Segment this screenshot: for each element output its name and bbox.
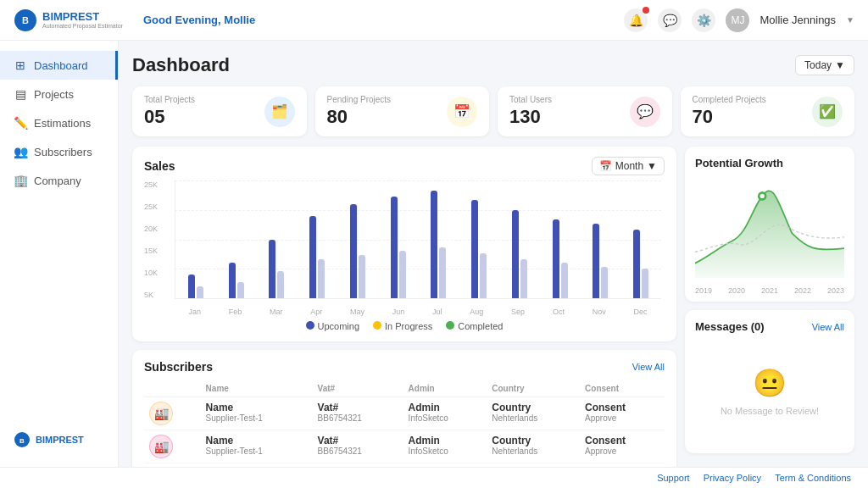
- footer-terms[interactable]: Term & Conditions: [775, 473, 851, 483]
- charts-column: Sales 📅 Month ▼ 5K 10K 15K 20K: [132, 147, 676, 453]
- bar-blue-9: [553, 219, 559, 298]
- bar-light-9: [561, 263, 568, 298]
- footer-support[interactable]: Support: [657, 473, 690, 483]
- stat-left-total-users: Total Users 130: [509, 95, 552, 128]
- today-button[interactable]: Today ▼: [795, 55, 854, 75]
- stat-label-pending-projects: Pending Projects: [327, 95, 392, 104]
- messages-view-all[interactable]: View All: [812, 322, 844, 332]
- stat-value-pending-projects: 80: [327, 106, 392, 128]
- subscribers-table-header-row: Name Vat# Admin Country Consent: [144, 380, 665, 397]
- messages-title: Messages (0): [695, 320, 765, 333]
- chat-icon[interactable]: 💬: [658, 8, 682, 32]
- bar-blue-3: [309, 216, 316, 298]
- subscriber-avatar-1: 🏭: [149, 435, 173, 458]
- td-name-0: Name Supplier-Test-1: [201, 397, 313, 430]
- bar-group-jun: [391, 180, 406, 298]
- y-label-1: 10K: [144, 269, 171, 277]
- bottom-row: Sales 📅 Month ▼ 5K 10K 15K 20K: [132, 147, 854, 453]
- notification-icon[interactable]: 🔔: [624, 8, 648, 32]
- messages-empty-icon: 😐: [753, 367, 787, 399]
- stat-value-total-users: 130: [509, 106, 552, 128]
- subscribers-icon: 👥: [14, 145, 27, 158]
- sidebar-item-estimations[interactable]: ✏️ Estimations: [0, 108, 118, 137]
- year-2022: 2022: [794, 286, 811, 295]
- td-country-0: Country Nehterlands: [487, 397, 580, 430]
- month-label: Month: [615, 160, 643, 172]
- svg-point-5: [760, 194, 765, 198]
- legend-upcoming: Upcoming: [306, 321, 360, 331]
- sidebar-item-subscribers[interactable]: 👥 Subscribers: [0, 137, 118, 166]
- month-label-jul: Jul: [432, 308, 442, 316]
- subscriber-vat-value-0: BB6754321: [318, 413, 398, 423]
- month-label-oct: Oct: [553, 308, 565, 316]
- bar-blue-4: [350, 204, 357, 298]
- sidebar-bottom-text: BIMPREST: [36, 435, 84, 445]
- month-label-jun: Jun: [392, 308, 405, 316]
- bar-light-8: [520, 259, 527, 298]
- sidebar-item-company[interactable]: 🏢 Company: [0, 166, 118, 195]
- table-row: 🏭 Name Supplier-Test-1 Vat# BB6754321 Ad…: [144, 430, 665, 463]
- subscribers-table: Name Vat# Admin Country Consent 🏭 Nam: [144, 380, 665, 467]
- stat-left-completed-projects: Completed Projects 70: [693, 95, 766, 128]
- logo-sub: Automated Proposal Estimator: [42, 23, 123, 29]
- td-vat-0: Vat# BB6754321: [313, 397, 403, 430]
- bar-group-apr: [309, 180, 325, 298]
- company-icon: 🏢: [14, 174, 27, 187]
- th-admin: Admin: [403, 380, 487, 397]
- subscriber-consent-value-0: Approve: [585, 413, 659, 423]
- td-name-1: Name Supplier-Test-1: [201, 430, 313, 463]
- subscriber-vat-label-1: Vat#: [318, 435, 398, 446]
- stat-label-total-projects: Total Projects: [144, 95, 195, 104]
- avatar[interactable]: MJ: [726, 8, 749, 32]
- month-label-jan: Jan: [188, 308, 201, 316]
- top-navigation: B BIMPREST Automated Proposal Estimator …: [0, 0, 868, 41]
- month-label-may: May: [350, 308, 364, 316]
- year-2020: 2020: [728, 286, 745, 295]
- messages-empty: 😐 No Message to Review!: [695, 340, 844, 443]
- th-country: Country: [487, 380, 580, 397]
- bar-blue-10: [593, 224, 599, 298]
- content-header: Dashboard Today ▼: [132, 54, 854, 76]
- page-title: Dashboard: [132, 54, 230, 76]
- calendar-icon: 📅: [599, 160, 612, 172]
- td-country-1: Country Nehterlands: [487, 430, 580, 463]
- stat-card-total-users: Total Users 130 💬: [498, 86, 672, 136]
- y-axis-labels: 5K 10K 15K 20K 25K 25K: [144, 180, 171, 299]
- y-label-0: 5K: [144, 291, 171, 299]
- sidebar-item-projects[interactable]: ▤ Projects: [0, 80, 118, 108]
- subscriber-name-0: Name: [206, 402, 308, 413]
- month-button[interactable]: 📅 Month ▼: [592, 157, 665, 175]
- bar-light-10: [601, 267, 608, 298]
- subscribers-card: Subscribers View All Name Vat# Admin Cou…: [132, 350, 676, 467]
- stat-value-total-projects: 05: [144, 106, 195, 128]
- month-chevron-icon: ▼: [647, 160, 657, 172]
- subscriber-name-1: Name: [206, 435, 308, 446]
- footer-privacy[interactable]: Privacy Policy: [704, 473, 761, 483]
- subscribers-view-all[interactable]: View All: [632, 362, 665, 372]
- today-label: Today: [804, 59, 832, 71]
- main-layout: ⊞ Dashboard ▤ Projects ✏️ Estimations 👥 …: [0, 41, 868, 467]
- sidebar-logo-icon: B: [14, 431, 31, 448]
- bar-blue-2: [269, 240, 275, 299]
- bar-light-2: [277, 271, 284, 298]
- sidebar-item-dashboard[interactable]: ⊞ Dashboard: [0, 51, 118, 80]
- y-label-4: 25K: [144, 202, 171, 211]
- messages-card: Messages (0) View All 😐 No Message to Re…: [685, 310, 854, 453]
- bar-blue-8: [512, 210, 519, 298]
- settings-icon[interactable]: ⚙️: [692, 8, 715, 32]
- td-avatar-0: 🏭: [144, 397, 201, 430]
- stat-value-completed-projects: 70: [693, 106, 766, 128]
- year-2023: 2023: [827, 286, 844, 295]
- y-label-5: 25K: [144, 180, 171, 189]
- bar-light-0: [197, 286, 203, 298]
- sidebar-label-projects: Projects: [34, 88, 74, 101]
- subscriber-admin-label-0: Admin: [409, 402, 482, 413]
- subscriber-admin-value-1: InfoSketco: [409, 446, 482, 456]
- bar-group-may: [350, 180, 365, 298]
- growth-svg: [695, 175, 844, 285]
- bar-group-mar: [269, 180, 284, 298]
- subscribers-table-head: Name Vat# Admin Country Consent: [144, 380, 665, 397]
- logo: B BIMPREST Automated Proposal Estimator: [14, 8, 123, 32]
- dropdown-icon[interactable]: ▼: [846, 15, 854, 25]
- bar-group-jul: [431, 180, 446, 298]
